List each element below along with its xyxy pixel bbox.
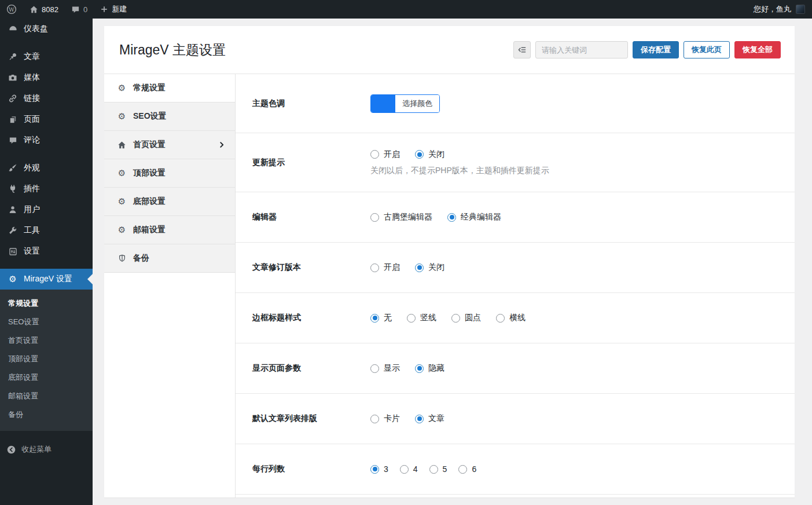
- sidebar-item-links[interactable]: 链接: [0, 88, 93, 109]
- radio-icon: [458, 465, 467, 474]
- radio-option-on[interactable]: 开启: [370, 149, 400, 160]
- setting-label: 主题色调: [236, 98, 370, 109]
- sliders-icon: [8, 247, 18, 256]
- admin-sidebar: 仪表盘 文章 媒体 链接 页面 评论 外观: [0, 19, 93, 505]
- tab-mail[interactable]: ⚙ 邮箱设置: [104, 216, 235, 244]
- sidebar-item-label: 仪表盘: [24, 24, 48, 34]
- admin-bar: W 8082 0 新建 您好，鱼丸: [0, 0, 812, 19]
- search-input[interactable]: [535, 41, 628, 58]
- sidebar-item-label: 插件: [24, 184, 40, 194]
- restore-page-button[interactable]: 恢复此页: [684, 41, 730, 58]
- setting-label: 边框标题样式: [236, 313, 370, 323]
- sidebar-item-miragev-settings[interactable]: ⚙ MirageV 设置: [0, 269, 93, 290]
- theme-settings-panel: MirageV 主题设置 保存配置 恢复此页 恢复全部 ⚙ 常规设置: [104, 26, 795, 497]
- home-icon: [30, 5, 38, 14]
- pushpin-icon: [8, 52, 18, 61]
- radio-option-card[interactable]: 卡片: [370, 413, 400, 424]
- tab-footer[interactable]: ⚙ 底部设置: [104, 188, 235, 216]
- site-link[interactable]: 8082: [23, 0, 65, 19]
- radio-icon: [370, 465, 379, 474]
- comments-shortcut[interactable]: 0: [65, 0, 94, 19]
- radio-icon: [415, 264, 424, 272]
- submenu-item-homepage[interactable]: 首页设置: [0, 331, 93, 350]
- setting-description: 关闭以后，不提示PHP版本，主题和插件更新提示: [370, 166, 549, 176]
- submenu-item-seo[interactable]: SEO设置: [0, 313, 93, 331]
- radio-option-5[interactable]: 5: [429, 464, 447, 474]
- setting-row-editor: 编辑器 古腾堡编辑器 经典编辑器: [236, 192, 795, 243]
- collapse-menu-button[interactable]: 收起菜单: [0, 439, 93, 460]
- radio-icon: [370, 314, 379, 323]
- sidebar-item-users[interactable]: 用户: [0, 199, 93, 220]
- new-label: 新建: [112, 4, 127, 14]
- tab-general[interactable]: ⚙ 常规设置: [104, 74, 235, 103]
- radio-icon: [407, 314, 416, 323]
- radio-icon: [429, 465, 438, 474]
- restore-all-button[interactable]: 恢复全部: [734, 41, 781, 58]
- radio-option-hline[interactable]: 横线: [496, 313, 526, 323]
- account-menu[interactable]: 您好，鱼丸: [747, 0, 812, 19]
- radio-option-hide[interactable]: 隐藏: [415, 363, 444, 374]
- radio-option-vline[interactable]: 竖线: [407, 313, 436, 323]
- radio-option-4[interactable]: 4: [400, 464, 418, 474]
- submenu-item-general[interactable]: 常规设置: [0, 294, 93, 313]
- collapse-circle-icon: [6, 445, 16, 455]
- sidebar-item-posts[interactable]: 文章: [0, 46, 93, 67]
- sidebar-item-label: 媒体: [24, 72, 40, 83]
- sidebar-item-label: 文章: [24, 52, 40, 62]
- sidebar-item-comments[interactable]: 评论: [0, 130, 93, 151]
- sidebar-item-label: 评论: [24, 135, 40, 145]
- setting-row-border-title-style: 边框标题样式 无 竖线: [236, 293, 795, 343]
- plug-icon: [8, 184, 18, 193]
- pages-icon: [8, 115, 18, 124]
- radio-icon: [370, 150, 379, 159]
- setting-row-update-notice: 更新提示 开启 关闭 关闭以后，不提示PHP版本，: [236, 133, 795, 192]
- sidebar-item-label: 外观: [24, 163, 40, 173]
- gear-icon: ⚙: [117, 84, 127, 93]
- tab-homepage[interactable]: 首页设置: [104, 131, 235, 159]
- comment-count: 0: [83, 5, 87, 14]
- setting-row-page-params: 显示页面参数 显示 隐藏: [236, 343, 795, 394]
- wrench-icon: [8, 226, 18, 235]
- submenu-item-mail[interactable]: 邮箱设置: [0, 387, 93, 405]
- new-content-menu[interactable]: 新建: [94, 0, 133, 19]
- tab-backup[interactable]: 备份: [104, 244, 235, 273]
- color-swatch: [371, 95, 395, 112]
- radio-option-none[interactable]: 无: [370, 313, 392, 323]
- radio-option-on[interactable]: 开启: [370, 262, 400, 273]
- main-content: MirageV 主题设置 保存配置 恢复此页 恢复全部 ⚙ 常规设置: [93, 19, 812, 505]
- radio-option-off[interactable]: 关闭: [415, 149, 444, 160]
- sidebar-item-label: 页面: [24, 114, 40, 125]
- save-config-button[interactable]: 保存配置: [633, 41, 679, 58]
- settings-form: 主题色调 选择颜色 更新提示: [236, 74, 795, 497]
- sidebar-item-settings[interactable]: 设置: [0, 241, 93, 262]
- sidebar-item-media[interactable]: 媒体: [0, 67, 93, 88]
- radio-option-dot[interactable]: 圆点: [451, 313, 481, 323]
- submenu-item-backup[interactable]: 备份: [0, 405, 93, 424]
- sidebar-item-label: 用户: [24, 204, 40, 215]
- tab-header[interactable]: ⚙ 顶部设置: [104, 159, 235, 188]
- wordpress-logo-menu[interactable]: W: [0, 0, 23, 19]
- radio-option-gutenberg[interactable]: 古腾堡编辑器: [370, 212, 432, 222]
- radio-option-article[interactable]: 文章: [415, 413, 444, 424]
- sidebar-item-appearance[interactable]: 外观: [0, 158, 93, 178]
- sidebar-item-label: MirageV 设置: [24, 274, 72, 284]
- tab-seo[interactable]: ⚙ SEO设置: [104, 103, 235, 131]
- radio-option-3[interactable]: 3: [370, 464, 388, 474]
- fold-panel-button[interactable]: [513, 41, 531, 58]
- gear-icon: ⚙: [117, 112, 127, 121]
- radio-icon: [370, 213, 379, 222]
- setting-row-post-list-layout: 默认文章列表排版 卡片 文章: [236, 394, 795, 444]
- radio-option-6[interactable]: 6: [458, 464, 476, 474]
- radio-option-show[interactable]: 显示: [370, 363, 400, 374]
- sidebar-item-pages[interactable]: 页面: [0, 109, 93, 130]
- sidebar-item-tools[interactable]: 工具: [0, 220, 93, 241]
- submenu-item-footer[interactable]: 底部设置: [0, 368, 93, 387]
- radio-icon: [370, 415, 379, 423]
- radio-option-off[interactable]: 关闭: [415, 262, 444, 273]
- color-picker-button[interactable]: 选择颜色: [370, 94, 440, 113]
- user-icon: [8, 205, 18, 214]
- submenu-item-header[interactable]: 顶部设置: [0, 350, 93, 368]
- sidebar-item-dashboard[interactable]: 仪表盘: [0, 19, 93, 39]
- radio-option-classic[interactable]: 经典编辑器: [447, 212, 501, 222]
- sidebar-item-plugins[interactable]: 插件: [0, 178, 93, 199]
